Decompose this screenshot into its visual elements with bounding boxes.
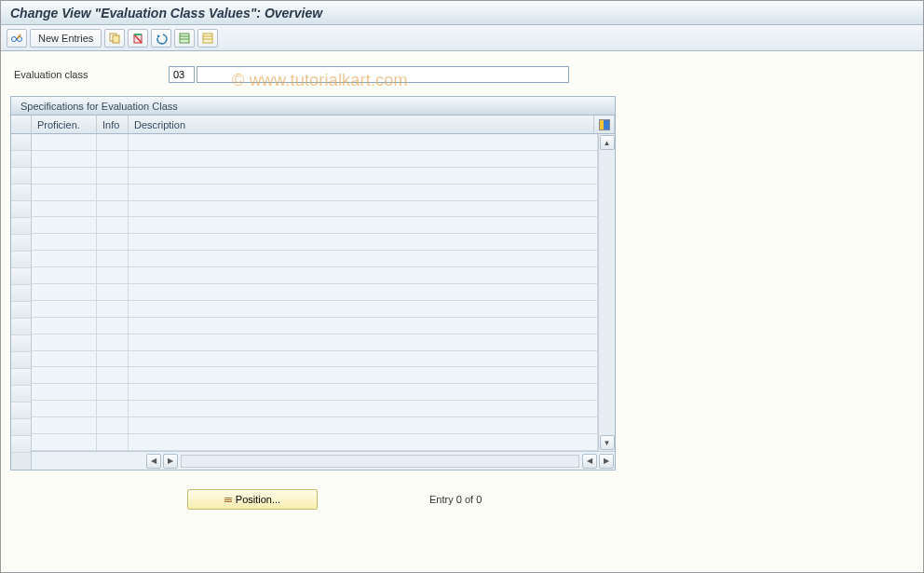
chevron-up-icon: ▲	[604, 139, 611, 147]
scroll-up-button[interactable]: ▲	[600, 135, 615, 150]
table-row[interactable]	[32, 284, 598, 301]
table-settings-icon	[599, 119, 610, 130]
row-selector[interactable]	[11, 352, 31, 369]
grid-main: Proficien. Info Description	[32, 116, 615, 470]
deselect-all-icon	[201, 32, 214, 45]
entry-status-text: Entry 0 of 0	[429, 494, 482, 505]
row-selector[interactable]	[11, 252, 31, 268]
table-row[interactable]	[32, 301, 598, 318]
footer-row: Position... Entry 0 of 0	[10, 489, 914, 510]
row-selector[interactable]	[11, 201, 31, 218]
chevron-left-icon: ◀	[587, 457, 592, 465]
grid-rows: ▲ ▼	[32, 134, 615, 451]
row-selector[interactable]	[11, 335, 31, 352]
position-button[interactable]: Position...	[187, 489, 318, 510]
col-header-info[interactable]: Info	[97, 116, 129, 133]
row-selector[interactable]	[11, 218, 31, 235]
list-icon	[224, 498, 232, 502]
row-selector[interactable]	[11, 268, 31, 285]
row-selector[interactable]	[11, 369, 31, 386]
specifications-panel: Specifications for Evaluation Class	[10, 96, 616, 471]
evaluation-class-row: Evaluation class	[10, 66, 914, 83]
copy-button[interactable]	[104, 29, 125, 48]
svg-rect-4	[113, 35, 119, 43]
horizontal-scrollbar-row: ◀ ▶ ◀ ▶	[32, 451, 615, 470]
table-row[interactable]	[32, 217, 598, 234]
evaluation-class-text-input[interactable]	[197, 66, 569, 83]
copy-icon	[108, 32, 121, 45]
delete-button[interactable]	[128, 29, 148, 48]
evaluation-class-code-input[interactable]	[169, 66, 195, 83]
row-selector[interactable]	[11, 436, 31, 453]
page-title-bar: Change View "Evaluation Class Values": O…	[1, 1, 923, 25]
row-selector[interactable]	[11, 134, 31, 151]
table-row[interactable]	[32, 184, 598, 201]
table-row[interactable]	[32, 384, 598, 401]
table-row[interactable]	[32, 434, 598, 451]
svg-rect-11	[203, 34, 212, 43]
panel-body: Proficien. Info Description	[11, 116, 615, 470]
app-window: Change View "Evaluation Class Values": O…	[0, 0, 924, 573]
scroll-right-button[interactable]: ▶	[599, 454, 614, 469]
chevron-right-icon: ▶	[604, 457, 609, 465]
row-selector[interactable]	[11, 319, 31, 335]
scroll-right-inner-button[interactable]: ▶	[163, 454, 178, 469]
row-selector[interactable]	[11, 285, 31, 302]
table-row[interactable]	[32, 151, 598, 168]
page-title: Change View "Evaluation Class Values": O…	[10, 6, 322, 20]
row-selector[interactable]	[11, 386, 31, 402]
row-selector[interactable]	[11, 184, 31, 201]
col-header-proficien[interactable]: Proficien.	[32, 116, 97, 133]
table-row[interactable]	[32, 168, 598, 184]
table-row[interactable]	[32, 201, 598, 218]
row-selector[interactable]	[11, 402, 31, 419]
scroll-left-button[interactable]: ◀	[146, 454, 161, 469]
undo-button[interactable]	[151, 29, 171, 48]
table-row[interactable]	[32, 417, 598, 434]
row-selector[interactable]	[11, 302, 31, 319]
table-row[interactable]	[32, 318, 598, 334]
table-row[interactable]	[32, 251, 598, 267]
svg-rect-8	[180, 34, 189, 43]
svg-point-0	[12, 36, 17, 41]
row-selector-column	[11, 116, 32, 470]
deselect-all-button[interactable]	[197, 29, 218, 48]
content-area: © www.tutorialkart.com Evaluation class …	[1, 51, 923, 572]
hscroll-track[interactable]	[181, 455, 579, 468]
rows-inner	[32, 134, 598, 451]
table-row[interactable]	[32, 234, 598, 251]
row-selector[interactable]	[11, 151, 31, 168]
row-selector-header[interactable]	[11, 116, 31, 134]
row-selector[interactable]	[11, 419, 31, 436]
select-all-button[interactable]	[174, 29, 195, 48]
evaluation-class-label: Evaluation class	[10, 69, 169, 80]
scroll-down-button[interactable]: ▼	[600, 435, 615, 450]
table-row[interactable]	[32, 401, 598, 417]
select-all-icon	[178, 32, 191, 45]
grid-header-row: Proficien. Info Description	[32, 116, 615, 134]
new-entries-button[interactable]: New Entries	[30, 29, 102, 48]
chevron-left-icon: ◀	[151, 457, 156, 465]
glasses-icon	[10, 32, 23, 45]
chevron-down-icon: ▼	[604, 439, 611, 447]
table-row[interactable]	[32, 267, 598, 284]
delete-icon	[131, 32, 144, 45]
col-header-description[interactable]: Description	[129, 116, 594, 133]
scroll-left-end-button[interactable]: ◀	[582, 454, 597, 469]
toggle-view-button[interactable]	[7, 29, 27, 48]
vertical-scrollbar[interactable]: ▲ ▼	[598, 134, 615, 451]
undo-icon	[155, 32, 168, 45]
table-row[interactable]	[32, 351, 598, 368]
table-row[interactable]	[32, 134, 598, 151]
chevron-right-icon: ▶	[168, 457, 173, 465]
table-row[interactable]	[32, 334, 598, 351]
new-entries-label: New Entries	[38, 33, 93, 44]
table-config-button[interactable]	[594, 116, 615, 133]
position-label: Position...	[236, 494, 280, 505]
table-row[interactable]	[32, 367, 598, 384]
toolbar: New Entries	[1, 25, 923, 51]
panel-title: Specifications for Evaluation Class	[11, 97, 615, 116]
row-selector[interactable]	[11, 168, 31, 184]
row-selector[interactable]	[11, 235, 31, 252]
